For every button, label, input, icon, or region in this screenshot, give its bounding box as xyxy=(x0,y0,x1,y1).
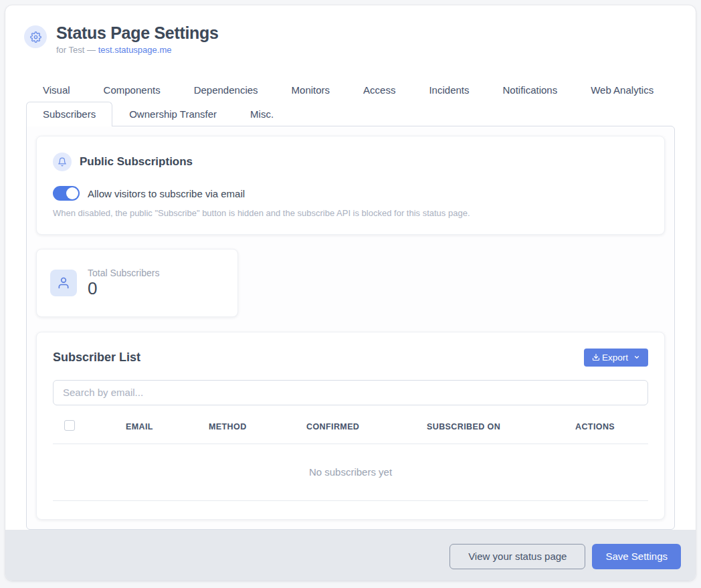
subscriber-list-card: Subscriber List Export xyxy=(36,332,665,520)
tab-incidents[interactable]: Incidents xyxy=(412,78,486,102)
allow-subscribe-toggle[interactable] xyxy=(53,186,80,201)
page-title: Status Page Settings xyxy=(56,23,219,43)
user-icon xyxy=(50,270,77,296)
column-header-actions: ACTIONS xyxy=(575,422,648,431)
tab-components[interactable]: Components xyxy=(87,78,177,102)
subscriber-list-title: Subscriber List xyxy=(53,351,140,365)
save-settings-button[interactable]: Save Settings xyxy=(592,544,681,569)
status-page-link[interactable]: test.statuspage.me xyxy=(98,45,172,55)
tab-web-analytics[interactable]: Web Analytics xyxy=(574,78,670,102)
tabs-area: Visual Components Dependencies Monitors … xyxy=(5,78,696,530)
footer-action-bar: View your status page Save Settings xyxy=(5,530,696,581)
column-header-method: METHOD xyxy=(209,422,306,431)
table-header-row: EMAIL METHOD CONFIRMED SUBSCRIBED ON ACT… xyxy=(53,420,648,444)
total-subscribers-card: Total Subscribers 0 xyxy=(36,249,238,317)
view-status-page-button[interactable]: View your status page xyxy=(449,544,585,569)
download-icon xyxy=(592,353,600,361)
chevron-down-icon xyxy=(633,354,640,361)
public-subscriptions-title: Public Subscriptions xyxy=(80,155,193,169)
stat-text-block: Total Subscribers 0 xyxy=(88,268,159,298)
public-subscriptions-header: Public Subscriptions xyxy=(53,153,648,171)
export-button[interactable]: Export xyxy=(584,349,648,367)
empty-state-message: No subscribers yet xyxy=(53,444,648,501)
gear-icon xyxy=(24,25,47,48)
subscriber-list-header: Subscriber List Export xyxy=(53,349,648,367)
subtitle-prefix: for Test — xyxy=(56,45,98,55)
column-header-confirmed: CONFIRMED xyxy=(306,422,427,431)
page-header: Status Page Settings for Test — test.sta… xyxy=(5,5,696,55)
tab-subscribers[interactable]: Subscribers xyxy=(26,102,112,126)
page-subtitle: for Test — test.statuspage.me xyxy=(56,45,219,55)
tab-monitors[interactable]: Monitors xyxy=(275,78,347,102)
tab-notifications[interactable]: Notifications xyxy=(486,78,575,102)
stat-value: 0 xyxy=(88,279,159,298)
tab-misc[interactable]: Misc. xyxy=(233,102,290,126)
column-header-subscribed-on: SUBSCRIBED ON xyxy=(427,422,575,431)
subscribe-help-text: When disabled, the public "Subscribe" bu… xyxy=(53,208,648,218)
export-button-label: Export xyxy=(602,353,628,363)
status-page-settings-window: Status Page Settings for Test — test.sta… xyxy=(5,5,696,581)
tab-dependencies[interactable]: Dependencies xyxy=(177,78,275,102)
search-input[interactable] xyxy=(53,380,648,405)
subscribe-toggle-row: Allow visitors to subscribe via email xyxy=(53,186,648,201)
column-header-email: EMAIL xyxy=(126,422,209,431)
tab-access[interactable]: Access xyxy=(346,78,412,102)
toggle-label: Allow visitors to subscribe via email xyxy=(88,188,245,199)
page-title-block: Status Page Settings for Test — test.sta… xyxy=(56,23,219,55)
select-all-checkbox[interactable] xyxy=(64,420,75,431)
bell-icon xyxy=(53,153,72,171)
stat-label: Total Subscribers xyxy=(88,268,159,278)
tab-ownership-transfer[interactable]: Ownership Transfer xyxy=(112,102,233,126)
subscribers-tab-panel: Public Subscriptions Allow visitors to s… xyxy=(26,126,675,530)
tab-list: Visual Components Dependencies Monitors … xyxy=(26,78,675,126)
toggle-knob xyxy=(66,187,78,199)
public-subscriptions-card: Public Subscriptions Allow visitors to s… xyxy=(36,136,665,235)
tab-visual[interactable]: Visual xyxy=(26,78,87,102)
